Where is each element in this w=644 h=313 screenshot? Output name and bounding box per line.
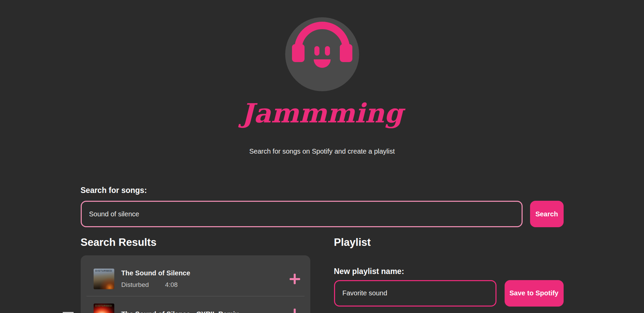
- app-header: Jammming Search for songs on Spotify and…: [0, 0, 644, 155]
- page-subtitle: Search for songs on Spotify and create a…: [249, 148, 395, 155]
- track-title: The Sound of Silence: [121, 269, 190, 277]
- track-row: DISTURBED The Sound of Silence - CYRIL R…: [81, 296, 310, 313]
- playlist-column: Playlist New playlist name: Save to Spot…: [334, 237, 564, 313]
- save-to-spotify-button[interactable]: Save to Spotify: [505, 280, 564, 307]
- search-button[interactable]: Search: [530, 201, 564, 227]
- album-art: DISTURBED: [94, 304, 114, 313]
- search-label: Search for songs:: [81, 186, 564, 195]
- track-title: The Sound of Silence - CYRIL Remix: [121, 310, 239, 313]
- search-results-heading: Search Results: [81, 237, 310, 248]
- search-input[interactable]: [81, 201, 523, 227]
- search-section: Search for songs: Search: [81, 186, 564, 228]
- add-track-button plus-icon[interactable]: [290, 274, 300, 284]
- album-art-text: DISTURBED: [94, 270, 114, 272]
- album-art-text: DISTURBED: [94, 305, 114, 307]
- album-art: DISTURBED: [94, 269, 114, 289]
- playlist-heading: Playlist: [334, 237, 564, 248]
- track-duration: 4:08: [165, 281, 178, 289]
- track-artist: Disturbed: [121, 281, 149, 289]
- playlist-name-label: New playlist name:: [334, 267, 564, 276]
- headphones-smiley-icon: [285, 17, 359, 91]
- add-track-button plus-icon[interactable]: [290, 309, 300, 313]
- track-list: DISTURBED The Sound of Silence Disturbed…: [81, 255, 310, 313]
- track-row: DISTURBED The Sound of Silence Disturbed…: [81, 261, 310, 296]
- playlist-name-input[interactable]: [334, 280, 496, 307]
- search-results-column: Search Results DISTURBED The Sound of Si…: [81, 237, 310, 313]
- page-title: Jammming: [241, 97, 403, 129]
- app-logo: [285, 17, 359, 91]
